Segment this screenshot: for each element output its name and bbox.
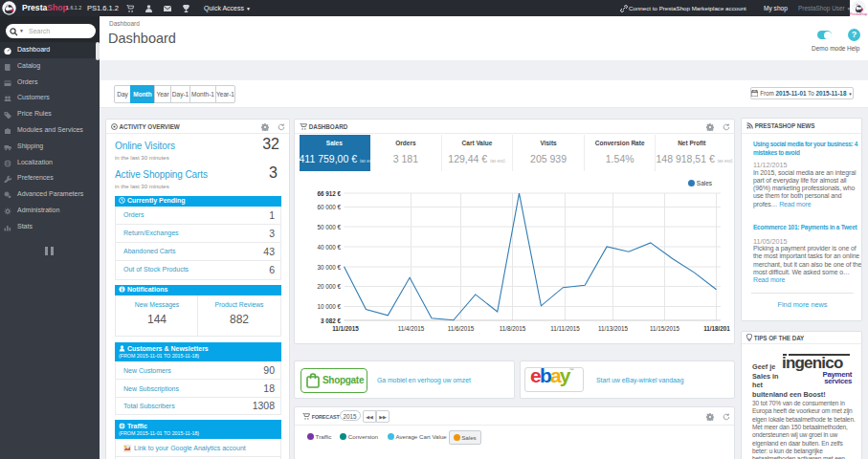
svg-text:10 000 €: 10 000 € <box>317 303 341 310</box>
svg-text:11/13/2015: 11/13/2015 <box>598 325 629 332</box>
svg-text:11/15/2015: 11/15/2015 <box>650 325 680 332</box>
svg-text:11/8/2015: 11/8/2015 <box>500 325 526 332</box>
svg-text:11/18/201: 11/18/201 <box>703 325 730 332</box>
svg-text:50 000 €: 50 000 € <box>317 224 341 230</box>
svg-text:11/11/2015: 11/11/2015 <box>550 325 580 332</box>
svg-text:60 000 €: 60 000 € <box>317 204 341 210</box>
svg-text:30 000 €: 30 000 € <box>317 264 341 271</box>
svg-text:11/6/2015: 11/6/2015 <box>448 325 475 332</box>
svg-text:11/1/2015: 11/1/2015 <box>332 325 359 332</box>
svg-text:11/4/2015: 11/4/2015 <box>398 325 425 332</box>
svg-text:40 000 €: 40 000 € <box>317 244 341 251</box>
svg-text:20 000 €: 20 000 € <box>317 283 341 290</box>
svg-text:66 912 €: 66 912 € <box>317 190 341 197</box>
svg-text:3 082 €: 3 082 € <box>321 317 342 324</box>
